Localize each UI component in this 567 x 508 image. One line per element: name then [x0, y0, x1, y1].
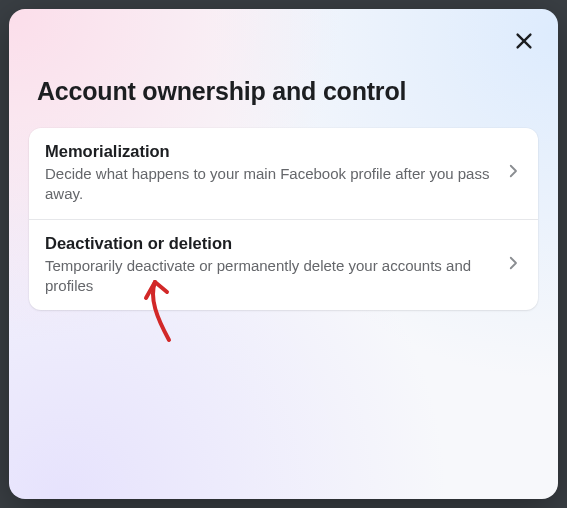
options-card: Memorialization Decide what happens to y…	[29, 128, 538, 310]
option-text: Memorialization Decide what happens to y…	[45, 142, 494, 205]
option-title: Deactivation or deletion	[45, 234, 494, 253]
close-icon	[513, 30, 535, 56]
chevron-right-icon	[504, 254, 522, 276]
option-memorialization[interactable]: Memorialization Decide what happens to y…	[29, 128, 538, 219]
option-subtitle: Temporarily deactivate or permanently de…	[45, 256, 494, 297]
option-subtitle: Decide what happens to your main Faceboo…	[45, 164, 494, 205]
settings-modal: Account ownership and control Memorializ…	[9, 9, 558, 499]
option-text: Deactivation or deletion Temporarily dea…	[45, 234, 494, 297]
option-title: Memorialization	[45, 142, 494, 161]
modal-title: Account ownership and control	[37, 77, 538, 106]
option-deactivation-deletion[interactable]: Deactivation or deletion Temporarily dea…	[29, 219, 538, 311]
close-button[interactable]	[508, 27, 540, 59]
chevron-right-icon	[504, 162, 522, 184]
